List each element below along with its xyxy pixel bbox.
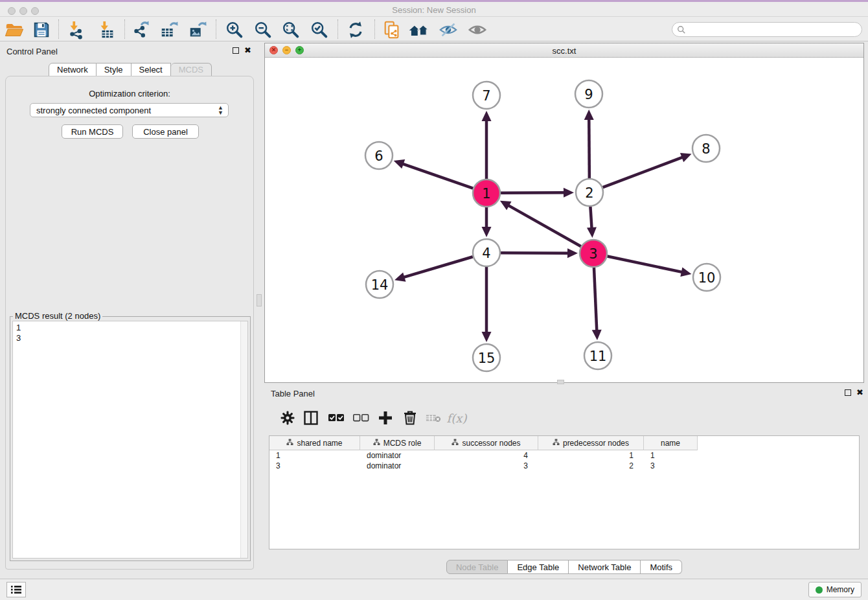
graph-edge-arrowhead — [584, 110, 594, 120]
graph-node-8[interactable]: 8 — [692, 135, 720, 162]
graph-edge-arrowhead — [482, 332, 492, 342]
graph-node-15[interactable]: 15 — [473, 344, 500, 371]
hide-selected-icon[interactable] — [437, 19, 459, 41]
result-scrollbar[interactable] — [240, 321, 247, 558]
table-cell[interactable]: dominator — [360, 461, 435, 471]
column-header-label: successor nodes — [462, 439, 520, 448]
graph-edge-2-3[interactable] — [590, 207, 591, 229]
application-window: Session: New Session — [0, 0, 868, 600]
column-header-MCDS-role[interactable]: MCDS role — [360, 436, 435, 450]
network-graph[interactable]: 7968124314101511 — [265, 58, 863, 382]
save-session-icon[interactable] — [30, 19, 52, 41]
delete-trash-icon[interactable] — [399, 407, 421, 429]
table-row[interactable]: 1dominator411 — [269, 450, 859, 461]
column-header-predecessor-nodes[interactable]: predecessor nodes — [538, 436, 644, 450]
task-history-button[interactable] — [6, 582, 26, 597]
export-table-icon[interactable] — [158, 19, 180, 41]
graph-node-2[interactable]: 2 — [576, 179, 603, 206]
vertical-splitter-handle[interactable] — [257, 294, 262, 306]
table-cell[interactable]: 3 — [435, 461, 538, 471]
graph-edge-3-11[interactable] — [594, 268, 597, 331]
import-network-icon[interactable] — [65, 19, 87, 41]
dropdown-chevrons-icon: ▲▼ — [218, 105, 223, 115]
show-hidden-icon[interactable] — [466, 19, 488, 41]
tab-network[interactable]: Network — [49, 63, 97, 76]
select-all-checks-icon[interactable] — [325, 407, 347, 429]
toolbar-separator — [374, 19, 375, 39]
float-panel-icon[interactable] — [233, 47, 239, 54]
unselect-all-checks-icon[interactable] — [350, 407, 372, 429]
column-header-shared-name[interactable]: shared name — [269, 436, 360, 450]
dropdown-value: strongly connected component — [36, 106, 151, 115]
graph-edge-arrowhead — [567, 248, 578, 258]
close-table-panel-icon[interactable]: ✖ — [856, 387, 863, 397]
graph-edge-4-3[interactable] — [501, 253, 569, 253]
graph-node-7[interactable]: 7 — [473, 82, 500, 109]
tab-motifs[interactable]: Motifs — [641, 560, 682, 574]
tab-style[interactable]: Style — [97, 63, 131, 76]
zoom-in-icon[interactable] — [223, 19, 246, 41]
graph-edge-2-9[interactable] — [589, 119, 589, 178]
import-table-icon[interactable] — [96, 19, 118, 41]
table-cell[interactable]: 3 — [644, 461, 698, 471]
table-cell[interactable]: 3 — [269, 461, 360, 471]
graph-node-4[interactable]: 4 — [473, 239, 500, 266]
graph-edge-arrowhead — [587, 227, 597, 238]
search-input[interactable] — [689, 25, 862, 34]
network-window-titlebar[interactable]: ✕ − + scc.txt — [265, 43, 863, 58]
show-all-networks-icon[interactable] — [408, 19, 430, 41]
graph-edge-3-1[interactable] — [508, 205, 581, 247]
tab-mcds[interactable]: MCDS — [171, 63, 212, 76]
graph-node-14[interactable]: 14 — [366, 271, 393, 298]
window-titlebar[interactable]: Session: New Session — [0, 2, 868, 17]
main-toolbar — [0, 17, 868, 41]
mcds-result-textarea[interactable]: 13 — [12, 321, 248, 559]
float-table-panel-icon[interactable] — [845, 389, 851, 396]
graph-node-10[interactable]: 10 — [693, 264, 720, 291]
table-cell[interactable]: 1 — [538, 450, 644, 461]
network-canvas[interactable]: 7968124314101511 — [265, 58, 863, 382]
graph-node-1[interactable]: 1 — [473, 179, 500, 207]
table-cell[interactable]: 1 — [644, 450, 698, 461]
open-session-icon[interactable] — [3, 19, 25, 41]
clone-network-icon[interactable] — [381, 19, 403, 41]
tab-node-table[interactable]: Node Table — [446, 560, 508, 574]
close-panel-button[interactable]: Close panel — [132, 124, 199, 139]
graph-edge-1-2[interactable] — [501, 192, 565, 193]
graph-edge-3-10[interactable] — [608, 257, 683, 273]
column-header-name[interactable]: name — [644, 436, 698, 450]
add-row-plus-icon[interactable] — [374, 407, 396, 429]
table-cell[interactable]: 4 — [435, 450, 538, 461]
column-header-successor-nodes[interactable]: successor nodes — [435, 436, 538, 450]
close-panel-icon[interactable]: ✖ — [244, 45, 251, 55]
graph-node-11[interactable]: 11 — [584, 342, 611, 369]
graph-edge-2-8[interactable] — [603, 157, 683, 187]
tab-select[interactable]: Select — [131, 63, 171, 76]
table-settings-gear-icon[interactable] — [277, 407, 299, 429]
tab-edge-table[interactable]: Edge Table — [508, 560, 569, 574]
node-table[interactable]: shared nameMCDS rolesuccessor nodesprede… — [269, 435, 860, 549]
memory-button[interactable]: Memory — [808, 582, 862, 597]
graph-edge-arrowhead — [564, 188, 574, 198]
zoom-fit-icon[interactable] — [280, 19, 302, 41]
export-network-icon[interactable] — [130, 19, 152, 41]
table-cell[interactable]: dominator — [360, 450, 435, 461]
table-body: 1dominator4113dominator323 — [269, 450, 859, 471]
export-image-icon[interactable] — [187, 19, 209, 41]
table-row[interactable]: 3dominator323 — [269, 461, 859, 471]
optimization-criterion-dropdown[interactable]: strongly connected component ▲▼ — [30, 103, 229, 117]
tab-network-table[interactable]: Network Table — [569, 560, 641, 574]
run-mcds-button[interactable]: Run MCDS — [62, 124, 123, 139]
zoom-selected-icon[interactable] — [308, 19, 330, 41]
refresh-layout-icon[interactable] — [345, 19, 367, 41]
zoom-out-icon[interactable] — [252, 19, 274, 41]
show-columns-icon[interactable] — [300, 407, 322, 429]
graph-node-9[interactable]: 9 — [575, 80, 602, 108]
graph-node-3[interactable]: 3 — [580, 240, 607, 267]
search-field[interactable] — [672, 22, 862, 37]
graph-edge-4-14[interactable] — [403, 257, 472, 277]
table-cell[interactable]: 2 — [538, 461, 644, 471]
graph-edge-1-6[interactable] — [402, 164, 473, 189]
table-cell[interactable]: 1 — [269, 450, 360, 461]
graph-node-6[interactable]: 6 — [365, 142, 393, 169]
